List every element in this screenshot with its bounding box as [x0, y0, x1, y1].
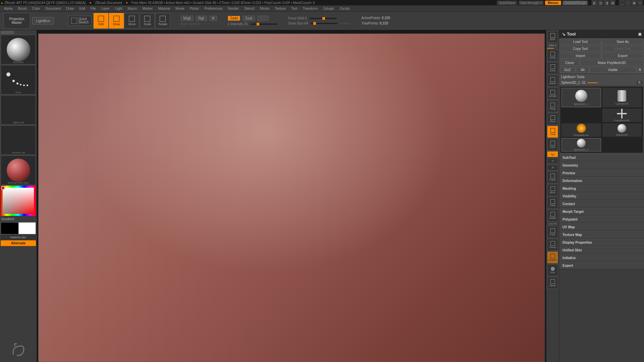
goz-r-button[interactable]: R	[636, 67, 644, 73]
menu-item[interactable]: Material	[156, 7, 173, 10]
frame-button[interactable]: Frame	[547, 171, 558, 183]
goz-button[interactable]: GoZ	[559, 67, 576, 73]
export-button[interactable]: Export	[602, 53, 644, 59]
menu-item[interactable]: Preferences	[202, 7, 225, 10]
tool-slider[interactable]	[588, 82, 598, 83]
draw-size-slider[interactable]	[311, 23, 337, 24]
zcut-button[interactable]: Zcut	[258, 16, 269, 21]
xyz-button[interactable]: Xyz	[547, 151, 558, 157]
color-picker[interactable]	[1, 186, 36, 216]
tool-item-cylinder[interactable]: Cylinder3D	[602, 88, 642, 107]
subpalette-header[interactable]: Polypaint	[559, 216, 644, 223]
scale-mode-button[interactable]: Scale	[140, 13, 155, 28]
scroll-button[interactable]: Scroll	[547, 49, 558, 61]
rotate-nav-button[interactable]: Rotate	[547, 209, 558, 222]
quicksave-button[interactable]: QuickSave	[497, 1, 517, 5]
swatch-white[interactable]	[18, 222, 36, 234]
m-button[interactable]: M	[210, 16, 217, 21]
subpalette-header[interactable]: SubTool	[559, 154, 644, 162]
collapse-icon[interactable]: ▣	[638, 32, 641, 36]
spix-label[interactable]: SPix 3	[547, 44, 558, 47]
subpalette-header[interactable]: Contact	[559, 200, 644, 208]
layout-icon[interactable]: ▥	[598, 0, 603, 5]
rotate-mode-button[interactable]: Rotate	[155, 13, 170, 28]
bpr-button[interactable]: BPR	[547, 31, 558, 43]
transp-button[interactable]: Transp	[547, 239, 558, 251]
menu-item[interactable]: Alpha	[1, 7, 15, 10]
tool-item-simplebrush[interactable]: SimpleBrush	[561, 123, 601, 137]
rgb-button[interactable]: Rgb	[196, 16, 207, 21]
lightbox-tools-header[interactable]: Lightbox> Tools	[559, 74, 644, 80]
lsym-button[interactable]: LSym	[547, 138, 558, 150]
alternate-button[interactable]: Alternate	[1, 240, 36, 246]
tool-item-sphere2[interactable]: Sphere3D	[602, 123, 642, 137]
menu-item[interactable]: Brush	[15, 7, 30, 10]
close-icon[interactable]: ✕	[637, 0, 643, 5]
subpalette-header[interactable]: Morph Target	[559, 208, 644, 216]
copy-tool-button[interactable]: Copy Tool	[559, 46, 601, 52]
goz-visible-button[interactable]: Visible	[590, 67, 636, 73]
stroke-slot[interactable]: Dots	[1, 65, 36, 95]
clone-button[interactable]: Clone	[559, 60, 580, 66]
pin-icon[interactable]: ↘	[562, 32, 566, 37]
edit-mode-button[interactable]: Edit	[94, 13, 108, 28]
menu-item[interactable]: Stroke	[257, 7, 272, 10]
texture-slot[interactable]: Texture Off	[1, 125, 36, 155]
move-nav-button[interactable]: Move	[547, 184, 558, 196]
switch-color-button[interactable]: SwitchColor	[1, 235, 36, 240]
zadd-button[interactable]: Zadd	[228, 16, 240, 21]
zsub-button[interactable]: Zsub	[243, 16, 255, 21]
dynamx-button[interactable]: DynaMx	[547, 251, 558, 263]
subpalette-header[interactable]: Deformation	[559, 177, 644, 185]
menu-item[interactable]: Macro	[125, 7, 140, 10]
load-tool-button[interactable]: Load Tool	[559, 39, 601, 45]
zoom-button[interactable]: Zoom	[547, 62, 558, 74]
alpha-slot[interactable]: Alpha Off	[1, 95, 36, 125]
subpalette-header[interactable]: Display Properties	[559, 239, 644, 246]
seethrough-button[interactable]: See-through 0	[519, 1, 544, 5]
menu-item[interactable]: Tool	[288, 7, 300, 10]
aahalf-button[interactable]: AAHalf	[547, 87, 558, 100]
menu-item[interactable]: File	[88, 7, 99, 10]
spix-slider[interactable]	[547, 48, 554, 49]
default-script-button[interactable]: DefaultZScript	[562, 1, 588, 5]
subpalette-header[interactable]: Masking	[559, 185, 644, 192]
current-tool-bar[interactable]: Sphere3D_1. 31 R	[559, 80, 644, 85]
nav-extra-button[interactable]: ⟲	[547, 158, 558, 164]
brush-slot[interactable]: Standard	[1, 35, 36, 64]
subpalette-header[interactable]: Geometry	[559, 162, 644, 169]
menu-item[interactable]: Zscript	[337, 7, 352, 10]
document-canvas[interactable]	[38, 34, 545, 362]
paste-tool-button[interactable]: Paste Tool	[602, 46, 644, 52]
save-as-button[interactable]: Save As	[602, 39, 644, 45]
tray-scroll[interactable]	[1, 31, 14, 34]
menu-item[interactable]: Stencil	[241, 7, 257, 10]
local-button[interactable]: Local	[547, 126, 558, 138]
menus-button[interactable]: Menus	[545, 1, 561, 5]
subpalette-header[interactable]: Initialize	[559, 254, 644, 262]
menu-item[interactable]: Texture	[272, 7, 288, 10]
floor-button[interactable]: Floor	[547, 113, 558, 125]
restore-icon[interactable]: ▣	[631, 0, 637, 5]
projection-master-button[interactable]: Projection Master	[3, 13, 30, 29]
layout-icon[interactable]: ◨	[604, 0, 609, 5]
menu-item[interactable]: Draw	[63, 7, 76, 10]
mrgb-button[interactable]: Mrgb	[181, 16, 193, 21]
actual-button[interactable]: Actual	[547, 75, 558, 87]
subpalette-header[interactable]: Preview	[559, 169, 644, 177]
subpalette-header[interactable]: Visibility	[559, 192, 644, 200]
make-polymesh-button[interactable]: Make PolyMesh3D	[580, 60, 644, 66]
menu-item[interactable]: Picker	[187, 7, 202, 10]
move-mode-button[interactable]: Move	[124, 13, 139, 28]
tool-r-button[interactable]: R	[637, 81, 642, 84]
menu-item[interactable]: Marker	[140, 7, 155, 10]
material-slot[interactable]: MatCap Red Wax	[1, 156, 36, 185]
quick-sketch-button[interactable]: Quick Sketch	[68, 16, 92, 26]
nav-extra-button[interactable]: ⊕	[547, 165, 558, 171]
layout-icon[interactable]: ▦	[610, 0, 615, 5]
import-button[interactable]: Import	[559, 53, 601, 59]
menu-item[interactable]: Transform	[300, 7, 320, 10]
subpalette-header[interactable]: Unified Skin	[559, 246, 644, 254]
dynamic-label[interactable]: Dynamic	[340, 22, 351, 25]
gradient-label[interactable]: Gradient	[1, 217, 36, 222]
